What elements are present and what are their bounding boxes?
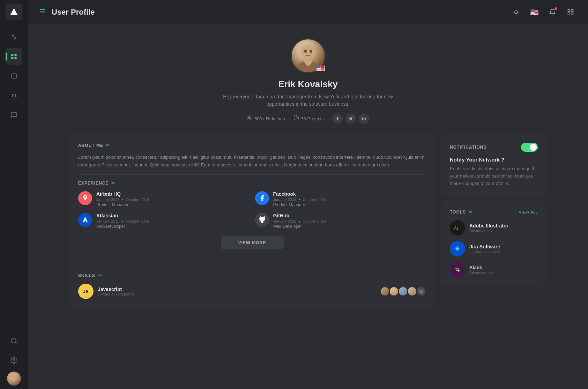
view-more-button[interactable]: VIEW MORE [221, 236, 284, 249]
svg-point-29 [309, 50, 312, 53]
facebook-button[interactable] [332, 113, 343, 124]
endorser-avatar-4 [407, 286, 417, 296]
relations-stat: 500+ Relations [247, 115, 285, 122]
about-me-text: Lorem ipsum dolor sit amet, consectetur … [78, 154, 426, 169]
skills-edit-icon[interactable]: ✏ [98, 273, 102, 278]
svg-rect-3 [12, 57, 14, 59]
tools-title: TOOLS [450, 210, 466, 215]
facebook-dates: January 2018 • October 2018 [273, 197, 426, 202]
tools-header: TOOLS ✏ VIEW ALL [450, 209, 538, 215]
github-info: GitHub January 2018 • October 2018 Web D… [273, 213, 426, 229]
jira-logo [450, 241, 465, 256]
header-actions: 🇺🇸 [510, 6, 577, 18]
airbnb-role: Product Manager [96, 202, 250, 207]
notifications-subtitle: Notify Your Network ? [450, 157, 538, 163]
github-dates: January 2018 • October 2018 [273, 219, 426, 223]
tool-item-slack: Slack Advanced level [450, 262, 538, 277]
sidebar [0, 0, 28, 389]
notifications-title: NOTIFICATIONS [450, 145, 486, 150]
notifications-description: Enable or disable this setting to manage… [450, 165, 538, 187]
social-buttons [332, 113, 369, 124]
svg-rect-21 [568, 9, 570, 12]
relations-count: 500+ Relations [254, 116, 285, 121]
notifications-toggle[interactable] [521, 143, 538, 152]
svg-rect-32 [362, 118, 363, 120]
app-logo[interactable] [6, 3, 22, 20]
about-me-edit-icon[interactable]: ✏ [106, 143, 110, 148]
profile-avatar-container: 🇺🇸 [291, 38, 326, 73]
theme-toggle-button[interactable] [510, 6, 522, 18]
jira-name: Jira Software [469, 244, 538, 249]
svg-point-8 [13, 360, 15, 361]
atlassian-info: Atlassian January 2018 • October 2018 We… [96, 213, 250, 229]
facebook-company: Facebook [273, 191, 426, 197]
right-column: NOTIFICATIONS Notify Your Network ? Enab… [441, 134, 546, 286]
menu-icon[interactable] [39, 8, 46, 16]
github-logo [255, 213, 269, 227]
sidebar-item-cube[interactable] [6, 68, 22, 84]
slack-logo [450, 262, 465, 277]
tool-item-jira: Jira Software Intermediate level [450, 241, 538, 256]
sidebar-item-chat[interactable] [6, 107, 22, 124]
sidebar-item-chip[interactable] [6, 87, 22, 104]
slack-info: Slack Advanced level [469, 265, 538, 275]
svg-text:Ai: Ai [453, 225, 459, 231]
slack-name: Slack [469, 265, 538, 270]
javascript-info: Javascript 7 years of experience [98, 286, 376, 296]
notification-dot [554, 7, 557, 10]
atlassian-role: Web Developer [96, 224, 250, 229]
main-area: User Profile 🇺🇸 [28, 0, 588, 389]
atlassian-logo [78, 213, 92, 227]
facebook-logo [255, 191, 269, 205]
svg-rect-2 [15, 54, 17, 56]
page-title: User Profile [52, 8, 95, 17]
svg-line-16 [518, 14, 518, 14]
experience-title: EXPERIENCE [78, 181, 109, 186]
atlassian-company: Atlassian [96, 213, 250, 218]
projects-count: 78 Projects [301, 116, 324, 121]
relations-icon [247, 115, 252, 122]
profile-header: 🇺🇸 Erik Kovalsky Hey everyone, Iam a pro… [70, 24, 546, 134]
exp-item-github: GitHub January 2018 • October 2018 Web D… [255, 213, 426, 229]
skills-card: SKILLS ✏ JS Javascript 7 years of experi… [70, 259, 434, 307]
svg-line-7 [15, 342, 17, 344]
jira-level: Intermediate level [469, 249, 538, 254]
projects-stat: 78 Projects [293, 115, 324, 122]
about-me-card: ABOUT ME ✏ Lorem ipsum dolor sit amet, c… [70, 134, 434, 258]
twitter-button[interactable] [345, 113, 356, 124]
endorser-count: 38 [416, 286, 426, 296]
language-flag-button[interactable]: 🇺🇸 [528, 6, 541, 18]
sidebar-item-activity[interactable] [6, 29, 22, 45]
facebook-role: Product Manager [273, 202, 426, 207]
svg-point-36 [454, 266, 461, 274]
svg-rect-40 [456, 270, 460, 271]
sidebar-item-settings[interactable] [6, 352, 22, 369]
experience-header: EXPERIENCE ✏ [78, 180, 426, 186]
javascript-badge: JS [78, 284, 94, 299]
tools-edit-icon[interactable]: ✏ [469, 209, 472, 215]
view-all-tools-link[interactable]: VIEW ALL [519, 210, 538, 214]
jira-info: Jira Software Intermediate level [469, 244, 538, 254]
profile-name: Erik Kovalsky [70, 79, 546, 90]
airbnb-dates: January 2018 • October 2018 [96, 197, 250, 202]
about-me-title: ABOUT ME [78, 143, 103, 148]
sidebar-item-dashboard[interactable] [6, 48, 22, 65]
sidebar-item-search[interactable] [6, 332, 22, 349]
user-avatar-sidebar[interactable] [7, 372, 21, 386]
experience-edit-icon[interactable]: ✏ [111, 180, 115, 186]
skill-item-javascript: JS Javascript 7 years of experience 38 [78, 284, 426, 299]
svg-line-20 [518, 10, 518, 10]
skills-header: SKILLS ✏ [78, 273, 426, 278]
svg-rect-39 [455, 268, 459, 269]
notification-bell-button[interactable] [546, 6, 559, 18]
svg-rect-1 [12, 54, 14, 56]
linkedin-button[interactable] [359, 113, 369, 124]
svg-line-19 [514, 14, 514, 14]
svg-point-6 [12, 338, 16, 343]
apps-grid-button[interactable] [564, 6, 577, 18]
svg-point-12 [515, 10, 518, 13]
notifications-card: NOTIFICATIONS Notify Your Network ? Enab… [441, 134, 546, 195]
profile-bio: Hey everyone, Iam a product manager from… [221, 93, 395, 108]
tool-item-ai: Ai Adobe Illustrator Advanced level [450, 220, 538, 235]
svg-line-15 [514, 10, 514, 10]
